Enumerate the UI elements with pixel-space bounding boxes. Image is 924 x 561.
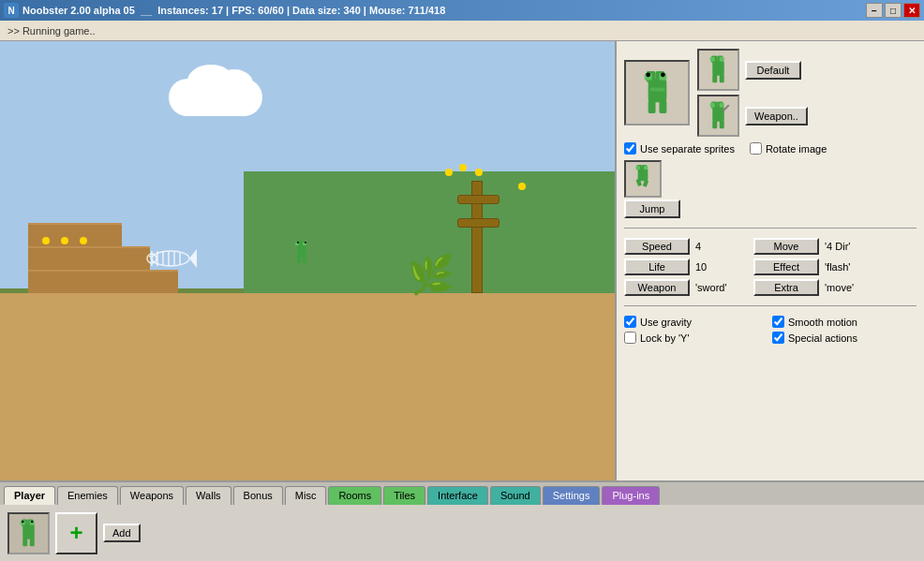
rotate-image-checkbox[interactable] — [750, 142, 762, 155]
tab-tiles[interactable]: Tiles — [383, 486, 425, 505]
jump-sprite-box[interactable] — [624, 160, 662, 198]
weapon-prop-button[interactable]: Weapon — [624, 279, 690, 296]
tabs-row: Player Enemies Weapons Walls Bonus Misc … — [0, 482, 924, 505]
extra-value: 'move' — [823, 281, 898, 294]
move-value: '4 Dir' — [823, 240, 898, 253]
rotate-image-checkbox-row: Rotate image — [750, 142, 827, 155]
effect-value: 'flash' — [823, 260, 898, 273]
separator-2 — [624, 305, 917, 306]
float-coin-3 — [475, 169, 483, 176]
tab-misc[interactable]: Misc — [285, 486, 327, 505]
float-coin-2 — [459, 164, 467, 171]
svg-marker-7 — [189, 249, 197, 268]
lock-y-label: Lock by 'Y' — [640, 332, 690, 344]
effect-button[interactable]: Effect — [753, 258, 819, 275]
weapon-sprite-box[interactable] — [697, 95, 739, 137]
svg-point-58 — [22, 520, 24, 523]
coin-3 — [80, 237, 87, 244]
svg-point-9 — [149, 256, 151, 258]
gravity-checkbox-row: Use gravity — [624, 316, 768, 328]
lock-y-checkbox-row: Lock by 'Y' — [624, 332, 768, 344]
properties-grid: Speed 4 Move '4 Dir' Life 10 Effect 'fla… — [624, 238, 917, 296]
tab-sound[interactable]: Sound — [490, 486, 541, 505]
tab-plugins[interactable]: Plug-ins — [602, 486, 660, 505]
default-button[interactable]: Default — [745, 61, 801, 80]
separator-1 — [624, 228, 917, 229]
svg-point-17 — [297, 242, 299, 244]
svg-rect-32 — [710, 57, 715, 62]
special-actions-checkbox-row: Special actions — [772, 332, 917, 344]
tab-weapons[interactable]: Weapons — [120, 486, 184, 505]
toolbar-row: + Add — [0, 505, 924, 561]
tab-bonus[interactable]: Bonus — [233, 486, 283, 505]
toolbar-sprite-box[interactable] — [7, 512, 50, 554]
tab-enemies[interactable]: Enemies — [57, 486, 118, 505]
smooth-motion-label: Smooth motion — [788, 317, 857, 328]
ground — [0, 293, 615, 480]
player-character — [292, 239, 311, 270]
sprite-weapon-row: Weapon.. — [697, 95, 808, 137]
tab-interface[interactable]: Interface — [427, 486, 488, 505]
close-button[interactable]: ✕ — [903, 3, 920, 18]
sprite-default-row: Default — [697, 49, 808, 91]
tab-player[interactable]: Player — [4, 486, 55, 505]
fish-skeleton — [145, 244, 197, 279]
svg-rect-33 — [720, 57, 724, 62]
smooth-motion-checkbox[interactable] — [772, 316, 784, 328]
extra-button[interactable]: Extra — [753, 279, 819, 296]
gravity-label: Use gravity — [640, 317, 692, 328]
main-sprite-box[interactable] — [624, 60, 690, 125]
default-sprite-box[interactable] — [697, 49, 739, 91]
stats-text: Instances: 17 | FPS: 60/60 | Data size: … — [157, 5, 445, 16]
svg-point-26 — [646, 72, 650, 77]
weapon-button[interactable]: Weapon.. — [745, 107, 808, 125]
jump-section: Jump — [624, 160, 917, 218]
main-container: >> Running game.. — [0, 21, 924, 561]
svg-rect-40 — [720, 103, 724, 108]
separate-sprites-checkbox[interactable] — [624, 142, 636, 155]
svg-rect-24 — [648, 100, 655, 113]
window-title: Noobster 2.00 alpha 05 __ Instances: 17 … — [22, 5, 445, 16]
jump-button[interactable]: Jump — [624, 199, 680, 218]
plant: 🌿 — [408, 256, 455, 293]
tab-walls[interactable]: Walls — [186, 486, 231, 505]
svg-rect-47 — [636, 166, 640, 170]
move-button[interactable]: Move — [753, 238, 819, 255]
title-bar-buttons: − □ ✕ — [866, 3, 920, 18]
svg-point-18 — [305, 242, 306, 244]
title-bar: N Noobster 2.00 alpha 05 __ Instances: 1… — [0, 0, 924, 21]
float-coin-1 — [445, 169, 453, 176]
maximize-button[interactable]: □ — [885, 3, 902, 18]
add-icon-button[interactable]: + — [55, 512, 97, 554]
svg-rect-48 — [644, 166, 648, 170]
game-area: 🌿 — [0, 41, 615, 480]
svg-rect-35 — [720, 75, 724, 83]
coin-1 — [42, 237, 50, 244]
minimize-button[interactable]: − — [866, 3, 883, 18]
life-value: 10 — [693, 260, 750, 273]
status-bar: >> Running game.. — [0, 21, 924, 41]
speed-value: 4 — [693, 240, 750, 253]
status-text: >> Running game.. — [7, 25, 96, 37]
right-panel: Default — [615, 41, 924, 480]
special-actions-label: Special actions — [788, 332, 857, 344]
sprite-row: Default — [624, 49, 917, 137]
smooth-motion-checkbox-row: Smooth motion — [772, 316, 917, 328]
rotate-image-label: Rotate image — [766, 143, 827, 155]
checkbox-row-1: Use separate sprites Rotate image — [624, 142, 917, 155]
svg-rect-42 — [720, 121, 724, 129]
tab-settings[interactable]: Settings — [543, 486, 601, 505]
special-actions-checkbox[interactable] — [772, 332, 784, 344]
separate-sprites-label: Use separate sprites — [640, 143, 735, 155]
add-button[interactable]: Add — [103, 524, 141, 542]
life-button[interactable]: Life — [624, 258, 690, 275]
gravity-checkbox[interactable] — [624, 316, 636, 328]
lock-y-checkbox[interactable] — [624, 332, 636, 344]
tab-rooms[interactable]: Rooms — [328, 486, 381, 505]
svg-rect-34 — [712, 75, 717, 83]
sprite-secondary: Default — [697, 49, 808, 137]
speed-button[interactable]: Speed — [624, 238, 690, 255]
svg-rect-56 — [22, 538, 27, 546]
content-area: 🌿 — [0, 41, 924, 480]
cloud — [169, 79, 262, 116]
